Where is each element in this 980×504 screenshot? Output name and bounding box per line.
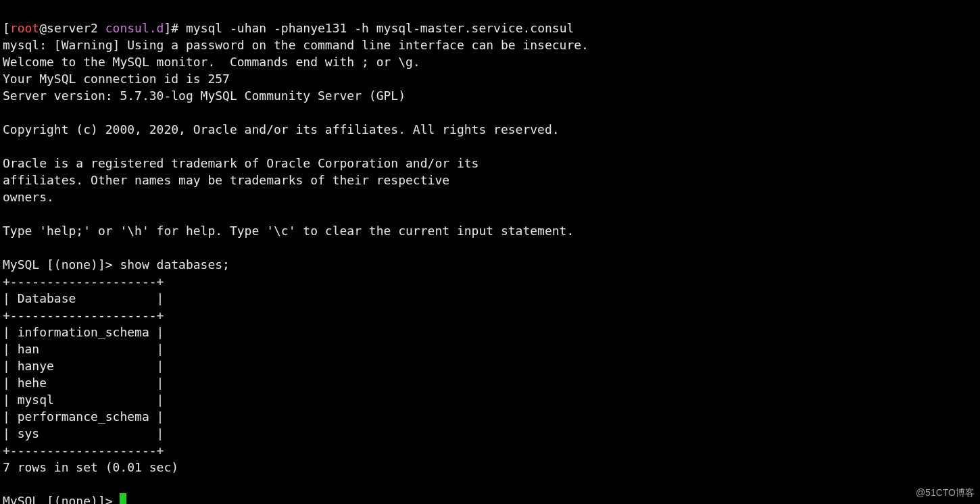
- terminal-output[interactable]: [root@server2 consul.d]# mysql -uhan -ph…: [0, 0, 980, 504]
- banner-line: Server version: 5.7.30-log MySQL Communi…: [3, 89, 406, 103]
- mysql-prompt: MySQL [(none)]>: [3, 257, 120, 272]
- sql-query: show databases;: [120, 257, 230, 272]
- mysql-prompt: MySQL [(none)]>: [3, 494, 120, 504]
- banner-line: Type 'help;' or '\h' for help. Type '\c'…: [3, 224, 574, 238]
- table-border: +--------------------+: [3, 274, 164, 288]
- table-row: | mysql |: [3, 393, 164, 407]
- table-row: | information_schema |: [3, 325, 164, 339]
- banner-line: Your MySQL connection id is 257: [3, 72, 230, 86]
- table-border: +--------------------+: [3, 443, 164, 457]
- shell-command: mysql -uhan -phanye131 -h mysql-master.s…: [186, 21, 574, 35]
- banner-line: Copyright (c) 2000, 2020, Oracle and/or …: [3, 122, 560, 136]
- watermark: @51CTO博客: [916, 484, 975, 501]
- banner-line: owners.: [3, 190, 54, 204]
- cursor-icon: [120, 493, 126, 504]
- banner-line: Oracle is a registered trademark of Orac…: [3, 156, 479, 170]
- table-row: | hanye |: [3, 359, 164, 373]
- banner-line: affiliates. Other names may be trademark…: [3, 173, 449, 187]
- table-header: | Database |: [3, 291, 164, 305]
- result-summary: 7 rows in set (0.01 sec): [3, 460, 178, 474]
- shell-prompt: [root@server2 consul.d]#: [3, 21, 186, 35]
- table-row: | han |: [3, 342, 164, 356]
- table-row: | performance_schema |: [3, 409, 164, 424]
- banner-line: Welcome to the MySQL monitor. Commands e…: [3, 55, 420, 69]
- table-row: | hehe |: [3, 376, 164, 390]
- table-row: | sys |: [3, 426, 164, 440]
- table-border: +--------------------+: [3, 308, 164, 322]
- banner-line: mysql: [Warning] Using a password on the…: [3, 38, 589, 52]
